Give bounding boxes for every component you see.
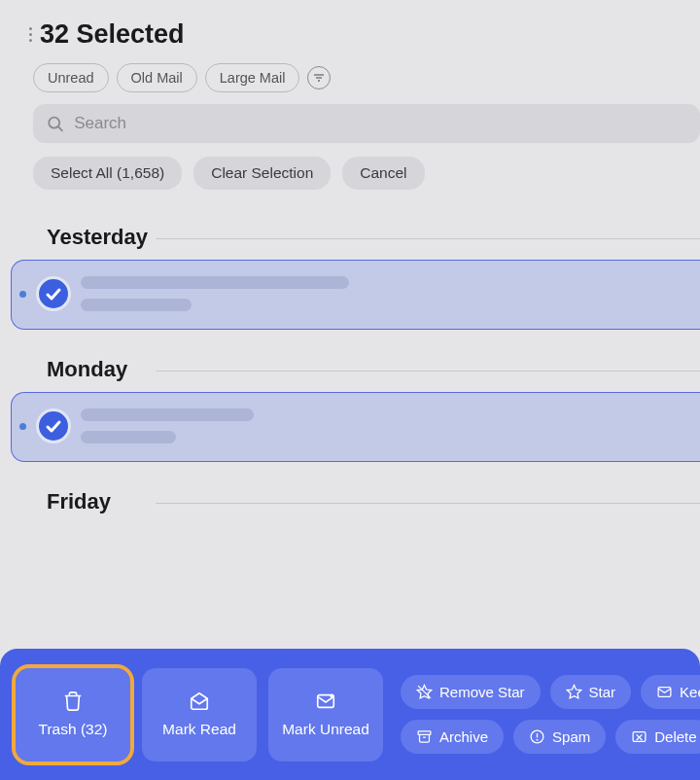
mark-read-button[interactable]: Mark Read (142, 668, 257, 762)
filter-large-mail[interactable]: Large Mail (205, 63, 300, 92)
selected-check-icon[interactable] (36, 276, 71, 311)
email-preview (81, 276, 349, 311)
svg-point-6 (330, 693, 333, 697)
email-item[interactable] (11, 260, 700, 330)
more-menu-icon[interactable] (29, 27, 32, 42)
section-header-friday: Friday (0, 489, 700, 524)
filter-old-mail[interactable]: Old Mail (117, 63, 197, 92)
svg-rect-11 (418, 731, 431, 735)
unread-dot-icon (19, 291, 26, 298)
filter-settings-icon[interactable] (307, 66, 331, 89)
trash-label: Trash (32) (39, 721, 108, 738)
mark-unread-label: Mark Unread (282, 721, 369, 738)
keep-icon (656, 684, 673, 700)
star-icon (566, 684, 582, 700)
selected-check-icon[interactable] (36, 408, 71, 443)
star-off-icon (416, 684, 433, 700)
mail-icon (315, 691, 336, 712)
bulk-action-toolbar: Trash (32) Mark Read Mark Unread Remove … (0, 649, 700, 780)
unread-dot-icon (19, 423, 26, 430)
archive-icon (416, 728, 433, 745)
remove-star-button[interactable]: Remove Star (401, 675, 541, 709)
delete-forever-button[interactable]: Delete (615, 720, 700, 754)
email-preview (81, 408, 254, 443)
svg-point-3 (49, 117, 59, 127)
search-box[interactable] (33, 104, 700, 143)
mark-read-label: Mark Read (162, 721, 236, 738)
clear-selection-button[interactable]: Clear Selection (193, 157, 331, 190)
cancel-button[interactable]: Cancel (342, 157, 424, 190)
delete-icon (631, 728, 648, 745)
archive-button[interactable]: Archive (401, 720, 504, 754)
alert-icon (529, 728, 545, 745)
search-input[interactable] (74, 114, 686, 133)
trash-icon (62, 691, 84, 712)
mail-open-icon (189, 691, 210, 712)
email-item[interactable] (11, 392, 700, 462)
search-icon (47, 115, 64, 133)
svg-point-15 (537, 739, 538, 740)
svg-marker-9 (567, 685, 580, 697)
filter-unread[interactable]: Unread (33, 63, 109, 92)
section-header-yesterday: Yesterday (0, 225, 700, 260)
select-all-button[interactable]: Select All (1,658) (33, 157, 182, 190)
mark-unread-button[interactable]: Mark Unread (268, 668, 383, 762)
trash-button[interactable]: Trash (32) (16, 668, 130, 762)
star-button[interactable]: Star (550, 675, 632, 709)
spam-button[interactable]: Spam (513, 720, 606, 754)
page-title: 32 Selected (40, 19, 185, 50)
keep-button[interactable]: Kee (641, 675, 700, 709)
section-header-monday: Monday (0, 357, 700, 392)
svg-line-4 (58, 126, 63, 131)
